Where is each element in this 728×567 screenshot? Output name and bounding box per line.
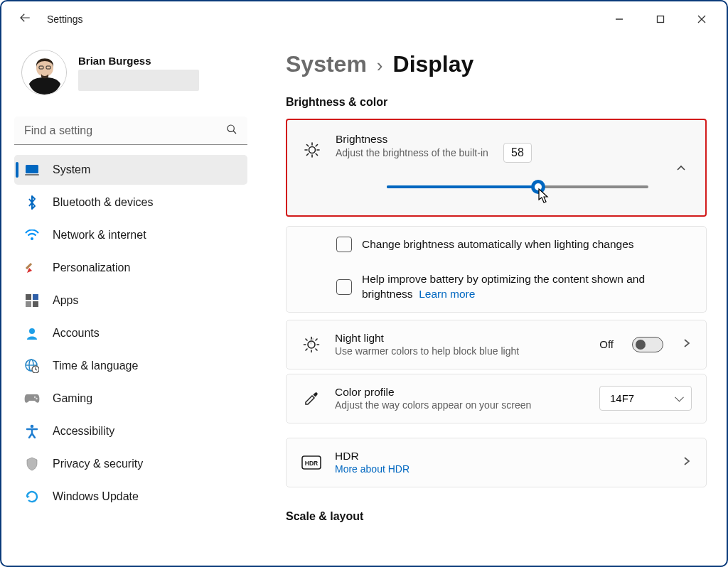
nav-item-bluetooth[interactable]: Bluetooth & devices	[14, 188, 247, 217]
auto-brightness-checkbox[interactable]	[336, 237, 352, 252]
breadcrumb-sep: ›	[377, 55, 383, 77]
breadcrumb: System › Display	[286, 51, 707, 77]
color-profile-title: Color profile	[335, 386, 587, 399]
svg-text:HDR: HDR	[305, 460, 318, 467]
system-icon	[24, 162, 40, 178]
svg-line-9	[233, 131, 236, 134]
svg-line-42	[306, 349, 307, 350]
brightness-card[interactable]: Brightness Adjust the brightness of the …	[286, 119, 707, 217]
back-button[interactable]	[18, 11, 31, 28]
nav-label: Gaming	[53, 392, 92, 405]
svg-point-26	[309, 147, 316, 153]
svg-line-32	[316, 153, 317, 155]
close-button[interactable]	[691, 11, 712, 28]
color-profile-row[interactable]: Color profile Adjust the way colors appe…	[286, 374, 707, 423]
user-email-redacted	[78, 70, 199, 91]
maximize-button[interactable]	[650, 11, 671, 28]
night-light-icon	[301, 336, 322, 353]
accounts-icon	[24, 325, 40, 341]
svg-line-41	[316, 349, 317, 350]
eyedropper-icon	[301, 391, 322, 406]
nav-item-system[interactable]: System	[14, 155, 247, 185]
color-profile-desc: Adjust the way colors appear on your scr…	[335, 399, 587, 411]
nav-item-time-language[interactable]: Time & language	[14, 351, 247, 381]
chevron-right-icon[interactable]	[676, 338, 692, 351]
night-light-title: Night light	[335, 332, 587, 345]
svg-rect-11	[25, 174, 39, 176]
nav-item-privacy[interactable]: Privacy & security	[14, 449, 247, 479]
learn-more-link[interactable]: Learn more	[419, 288, 475, 300]
nav-item-windows-update[interactable]: Windows Update	[14, 482, 247, 512]
svg-line-40	[306, 339, 307, 340]
svg-point-23	[34, 396, 36, 398]
night-light-state: Off	[599, 338, 614, 350]
brightness-slider[interactable]	[387, 180, 648, 194]
nav-list: System Bluetooth & devices Network & int…	[14, 155, 247, 512]
nav-label: Apps	[53, 294, 78, 307]
svg-line-31	[307, 145, 309, 146]
titlebar: Settings	[1, 1, 727, 37]
battery-optimize-checkbox[interactable]	[336, 279, 352, 295]
night-light-toggle[interactable]	[632, 337, 663, 352]
svg-line-34	[316, 145, 317, 146]
auto-brightness-row[interactable]: Change brightness automatically when lig…	[286, 226, 707, 263]
nav-label: Personalization	[53, 261, 130, 274]
svg-point-24	[36, 398, 37, 399]
nav-item-accessibility[interactable]: Accessibility	[14, 416, 247, 446]
slider-fill	[387, 185, 538, 188]
svg-point-25	[31, 425, 34, 428]
bluetooth-icon	[24, 195, 40, 210]
section-scale-layout: Scale & layout	[286, 510, 707, 523]
chevron-up-icon[interactable]	[675, 163, 687, 177]
night-light-desc: Use warmer colors to help block blue lig…	[335, 345, 548, 357]
nav-label: Privacy & security	[53, 458, 143, 470]
slider-thumb[interactable]	[531, 180, 545, 194]
globe-clock-icon	[24, 358, 40, 374]
wifi-icon	[24, 227, 40, 243]
user-name: Brian Burgess	[78, 55, 199, 67]
night-light-row[interactable]: Night light Use warmer colors to help bl…	[286, 320, 707, 369]
sidebar: Brian Burgess System Bluetooth & devices…	[1, 37, 257, 566]
paintbrush-icon	[24, 260, 40, 276]
svg-point-18	[29, 328, 35, 334]
nav-item-personalization[interactable]: Personalization	[14, 253, 247, 283]
minimize-button[interactable]	[609, 11, 630, 28]
shield-icon	[24, 456, 40, 472]
nav-item-accounts[interactable]: Accounts	[14, 318, 247, 348]
hdr-link[interactable]: More about HDR	[335, 463, 410, 475]
brightness-desc: Adjust the brightness of the built-in 58	[336, 147, 691, 158]
profile-block[interactable]: Brian Burgess	[21, 50, 247, 95]
avatar	[21, 50, 67, 95]
nav-label: Accessibility	[53, 425, 114, 438]
brightness-value-tooltip: 58	[503, 143, 532, 163]
nav-item-gaming[interactable]: Gaming	[14, 384, 247, 414]
section-brightness-color: Brightness & color	[286, 96, 707, 109]
search-input[interactable]	[14, 117, 247, 145]
nav-item-network[interactable]: Network & internet	[14, 220, 247, 250]
hdr-icon: HDR	[301, 455, 322, 470]
accessibility-icon	[24, 423, 40, 439]
main-content: System › Display Brightness & color Brig…	[257, 37, 727, 566]
nav-item-apps[interactable]: Apps	[14, 286, 247, 315]
search-field[interactable]	[14, 117, 247, 145]
nav-label: Network & internet	[53, 229, 146, 242]
battery-optimize-row[interactable]: Help improve battery by optimizing the c…	[286, 262, 707, 313]
svg-rect-13	[26, 263, 32, 269]
update-icon	[24, 489, 40, 504]
svg-rect-17	[33, 301, 38, 307]
svg-line-33	[307, 153, 309, 155]
color-profile-select[interactable]: 14F7	[599, 386, 692, 411]
breadcrumb-parent[interactable]: System	[286, 51, 367, 77]
svg-rect-15	[33, 294, 38, 300]
window-title: Settings	[47, 14, 83, 25]
nav-label: Bluetooth & devices	[53, 196, 153, 209]
svg-rect-14	[26, 294, 31, 300]
chevron-right-icon[interactable]	[676, 456, 692, 469]
nav-label: Accounts	[53, 327, 100, 340]
nav-label: Windows Update	[53, 490, 139, 503]
hdr-row[interactable]: HDR HDR More about HDR	[286, 438, 707, 487]
svg-rect-10	[26, 165, 38, 173]
svg-line-43	[316, 339, 317, 340]
hdr-title: HDR	[335, 450, 663, 463]
svg-point-8	[228, 125, 234, 131]
